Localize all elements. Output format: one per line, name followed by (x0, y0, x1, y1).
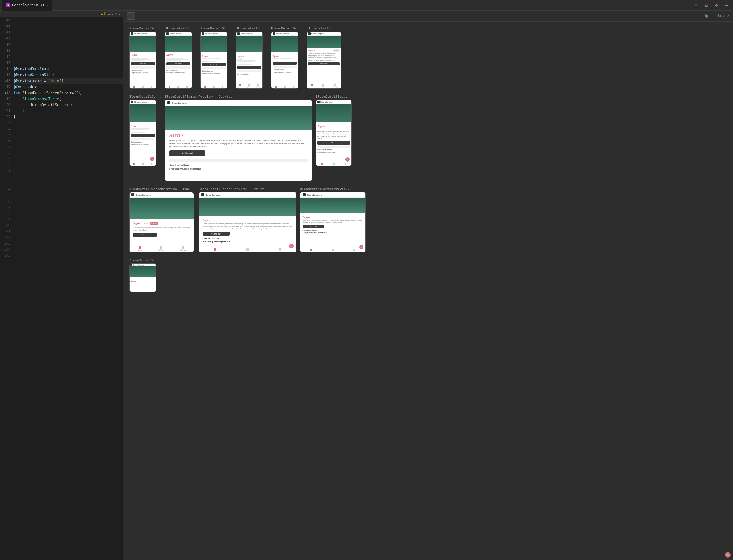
preview-toolbar-left: ⊞ (127, 12, 135, 20)
preview-row-3: BloomDetailScreenPreview - Pho... BloomC… (129, 187, 727, 252)
code-line (14, 156, 123, 162)
preview-item-tablet-right[interactable]: BloomDetailScreenPrevie... BloomCompose … (300, 187, 366, 252)
code-line-116: @Preview(name = "Main") (14, 78, 123, 84)
warning-badge: ▲ 6 (101, 12, 106, 16)
preview-label-tiny: BloomDetailSc... (129, 258, 161, 262)
line-numbers: 106107108109110 111112113114115 ⚙116 117… (0, 17, 14, 560)
phone-mockup-large: BloomCompose Agave In stock Lorem ipsum … (307, 32, 341, 89)
tablet-mockup-right: BloomCompose Agave Lorem ipsum dolor sit… (300, 192, 366, 252)
info-count: 1 (111, 12, 113, 16)
more-options-icon[interactable]: ⋯ (723, 1, 731, 9)
code-line (14, 216, 123, 222)
code-line (14, 204, 123, 210)
code-line-121: } (14, 108, 123, 114)
main-layout: ▲ 6 ▲ 1 ∧ ∨ 106107108109110 111112113114… (0, 11, 733, 560)
arrow-down-icon[interactable]: ∨ (119, 12, 121, 16)
code-line (14, 36, 123, 42)
preview-item[interactable]: BloomDetailSc... BloomCompose Agave (236, 26, 268, 89)
code-line (14, 246, 123, 252)
preview-label-tablet: BloomDetailScreenPreview - Tablet (199, 187, 297, 191)
code-line (14, 222, 123, 228)
code-line (14, 228, 123, 234)
code-line (14, 60, 123, 66)
code-content[interactable]: 106107108109110 111112113114115 ⚙116 117… (0, 17, 123, 560)
preview-item[interactable]: BloomDetailSc... BloomCompose Agave (129, 95, 161, 166)
preview-item[interactable]: BloomDetailSc... BloomCompose (165, 26, 197, 89)
code-line (14, 180, 123, 186)
code-toolbar: ▲ 6 ▲ 1 ∧ ∨ (0, 11, 123, 17)
tablet-mockup: BloomCompose Agave ✓ ~~ Lorem ipsum dolo… (199, 192, 297, 252)
preview-label: BloomDetailSc... (236, 26, 268, 30)
code-line-122: } (14, 114, 123, 120)
preview-row-2: BloomDetailSc... BloomCompose Agave (129, 95, 727, 181)
code-line (14, 24, 123, 30)
info-badge: ▲ 1 (108, 12, 113, 16)
preview-scroll-area[interactable]: BloomDetailSc... BloomCompose (123, 22, 733, 560)
code-line (14, 54, 123, 60)
preview-item-tablet[interactable]: BloomDetailScreenPreview - Tablet BloomC… (199, 187, 297, 252)
code-line-117: @Composable (14, 84, 123, 90)
preview-label-tablet-right: BloomDetailScreenPrevie... (300, 187, 366, 191)
grid-view-button[interactable]: ⊞ (127, 12, 135, 20)
phone-mockup-medium-right: BloomCompose Agave → ~~ Lorem ipsum dolo… (316, 100, 352, 166)
care-instructions-label-right: Care instructions (303, 229, 363, 231)
phone-mockup-small: BloomCompose Agave — (129, 32, 156, 89)
code-line (14, 126, 123, 132)
code-line-120: BloomDetailScreen() (14, 102, 123, 108)
code-line (14, 144, 123, 150)
code-line (14, 186, 123, 192)
preview-pane: ⊞ Up-to-date ✓ BloomDetailSc... (123, 11, 733, 560)
preview-label: BloomDetailSc... (200, 26, 232, 30)
preview-label: BloomDetailSc... (129, 95, 161, 99)
frequently-asked-label-right: Frequently asked questions (303, 232, 363, 234)
phone-mockup-small: BloomCompose Agave in stock (236, 32, 263, 89)
preview-item[interactable]: BloomDetailSc... BloomCompose Agave (200, 26, 232, 89)
phone-mockup-medium: BloomCompose Agave (129, 100, 156, 166)
code-line (14, 234, 123, 240)
preview-item-phone-large[interactable]: BloomDetailScreenPreview - Pho... BloomC… (129, 187, 195, 252)
preview-label: BloomDetailScreenPreview - Pho... (129, 187, 195, 191)
toolbar-icons: ≡ ⧉ ⚙ ⋯ (692, 1, 731, 9)
info-icon: ▲ (108, 12, 110, 16)
settings-icon[interactable]: ⚙ (713, 1, 720, 9)
preview-label: BloomDetailSc... (129, 26, 161, 30)
preview-item-desktop[interactable]: BloomDetailScreenPreview - Desktop Bloom… (165, 95, 312, 181)
code-line (14, 210, 123, 216)
code-line (14, 120, 123, 126)
code-line (14, 18, 123, 24)
phone-mockup-small: BloomCompose Agave (165, 32, 192, 89)
tab-bar: K DetailScreen.kt × ≡ ⧉ ⚙ ⋯ (0, 0, 733, 11)
hamburger-menu-icon[interactable]: ≡ (692, 1, 700, 9)
code-line (14, 198, 123, 204)
code-line-119: BloomComposeTheme{ (14, 96, 123, 102)
phone-mockup-large-bottom: BloomCompose Agave ✓ ~~ In stock (129, 192, 194, 252)
code-line (14, 30, 123, 36)
kotlin-icon: K (6, 3, 10, 7)
phone-mockup-small: BloomCompose Agave Add to cart (200, 32, 227, 89)
arrow-up-icon[interactable]: ∧ (116, 12, 118, 16)
status-text: Up-to-date (704, 14, 725, 18)
preview-item[interactable]: BloomDetailSc... BloomCompose Agave (271, 26, 303, 89)
warning-icon: ▲ (101, 12, 103, 16)
tab-filename: DetailScreen.kt (12, 3, 45, 7)
preview-toolbar: ⊞ Up-to-date ✓ (123, 11, 733, 22)
preview-item[interactable]: BloomDetailSc... BloomCompose (307, 26, 341, 89)
preview-row-4: BloomDetailSc... BloomCompose Agave (129, 258, 727, 292)
code-line (14, 138, 123, 144)
frequently-asked-label: Frequently asked questions (203, 240, 293, 242)
code-editor-pane: ▲ 6 ▲ 1 ∧ ∨ 106107108109110 111112113114… (0, 11, 123, 560)
code-line (14, 132, 123, 138)
code-line-114: @PreviewFontScale (14, 66, 123, 72)
code-line (14, 168, 123, 174)
nav-arrows: ∧ ∨ (116, 12, 121, 16)
file-tab[interactable]: K DetailScreen.kt × (2, 0, 52, 11)
status-checkmark-icon: ✓ (727, 14, 729, 18)
preview-item-tiny[interactable]: BloomDetailSc... BloomCompose Agave (129, 258, 161, 292)
split-view-icon[interactable]: ⧉ (702, 1, 710, 9)
code-line (14, 150, 123, 156)
preview-item[interactable]: BloomDetailSc... BloomCompose (129, 26, 161, 89)
preview-item[interactable]: BloomDetailSc... BloomCompose Agave (316, 95, 352, 166)
code-text[interactable]: @PreviewFontScale @PreviewScreenSizes @P… (14, 17, 123, 560)
tab-close-button[interactable]: × (46, 4, 48, 7)
preview-label: BloomDetailSc... (271, 26, 303, 30)
